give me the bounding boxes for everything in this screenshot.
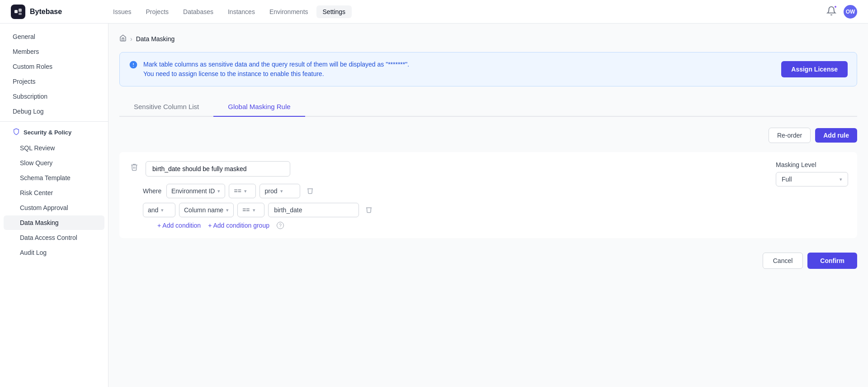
tab-sensitive-column-list[interactable]: Sensitive Column List (119, 97, 213, 117)
notification-bell[interactable] (826, 6, 836, 17)
info-banner-left: Mark table columns as sensitive data and… (129, 60, 409, 79)
confirm-button[interactable]: Confirm (807, 253, 857, 269)
logo-icon (11, 5, 25, 19)
sidebar-label-sql-review: SQL Review (20, 144, 55, 152)
masking-level-select[interactable]: Full ▾ (776, 172, 848, 186)
logo: Bytebase (11, 5, 92, 19)
sidebar-item-data-masking[interactable]: Data Masking (4, 215, 104, 230)
app-name: Bytebase (30, 8, 62, 16)
sidebar-label-custom-roles: Custom Roles (13, 63, 52, 70)
svg-rect-0 (14, 10, 18, 13)
avatar[interactable]: OW (844, 5, 857, 19)
sidebar-item-members[interactable]: Members (4, 44, 104, 59)
sidebar-item-custom-roles[interactable]: Custom Roles (4, 59, 104, 74)
masking-level-chevron-icon: ▾ (840, 177, 842, 182)
svg-rect-2 (19, 13, 22, 15)
info-banner: Mark table columns as sensitive data and… (119, 52, 857, 86)
breadcrumb: › Data Masking (119, 34, 857, 43)
topnav: Bytebase Issues Projects Databases Insta… (0, 0, 868, 24)
layout: General Members Custom Roles Projects Su… (0, 24, 868, 387)
condition-op-value-1: == (234, 187, 241, 195)
sidebar-label-security-policy: Security & Policy (24, 129, 71, 136)
condition-val-value-1: prod (264, 187, 277, 195)
tabs: Sensitive Column List Global Masking Rul… (119, 97, 857, 117)
add-condition-row: + Add condition + Add condition group ? (157, 222, 848, 229)
condition-row-2: and ▾ Column name ▾ == ▾ (143, 203, 848, 217)
sidebar-label-risk-center: Risk Center (20, 189, 53, 196)
footer-actions: Cancel Confirm (119, 253, 857, 269)
sidebar-item-projects[interactable]: Projects (4, 74, 104, 89)
reorder-button[interactable]: Re-order (769, 128, 811, 143)
sidebar-item-sql-review[interactable]: SQL Review (4, 141, 104, 155)
condition-delete-button-2[interactable] (363, 205, 375, 215)
condition-field-select-2[interactable]: Column name ▾ (179, 203, 234, 217)
condition-op-select-2[interactable]: == ▾ (237, 203, 264, 217)
info-icon (129, 60, 138, 72)
sidebar-item-security-policy[interactable]: Security & Policy (4, 124, 104, 140)
sidebar-item-general[interactable]: General (4, 29, 104, 44)
banner-line1: Mark table columns as sensitive data and… (143, 60, 409, 69)
condition-delete-button-1[interactable] (304, 186, 316, 196)
breadcrumb-separator: › (130, 35, 132, 43)
condition-and-select[interactable]: and ▾ (143, 203, 175, 217)
nav-settings[interactable]: Settings (316, 5, 352, 18)
condition-op-chevron-icon-2: ▾ (253, 207, 255, 213)
sidebar-label-audit-log: Audit Log (20, 249, 47, 256)
rule-delete-button[interactable] (128, 161, 140, 175)
condition-val-chevron-icon-1: ▾ (280, 188, 283, 194)
rule-name-input[interactable] (146, 161, 290, 177)
sidebar-label-schema-template: Schema Template (20, 174, 71, 182)
sidebar-item-audit-log[interactable]: Audit Log (4, 245, 104, 260)
nav-databases[interactable]: Databases (177, 5, 220, 18)
sidebar-item-subscription[interactable]: Subscription (4, 89, 104, 104)
sidebar-item-debug-log[interactable]: Debug Log (4, 104, 104, 119)
breadcrumb-home[interactable] (119, 34, 127, 43)
info-text: Mark table columns as sensitive data and… (143, 60, 409, 79)
condition-field-select-1[interactable]: Environment ID ▾ (166, 184, 225, 198)
cancel-button[interactable]: Cancel (763, 253, 803, 269)
assign-license-button[interactable]: Assign License (781, 61, 848, 77)
condition-field-chevron-icon-1: ▾ (217, 188, 220, 194)
nav-issues[interactable]: Issues (107, 5, 137, 18)
add-condition-group-button[interactable]: + Add condition group (208, 222, 269, 229)
add-rule-button[interactable]: Add rule (815, 128, 857, 143)
sidebar-item-custom-approval[interactable]: Custom Approval (4, 201, 104, 215)
nav-instances[interactable]: Instances (222, 5, 261, 18)
condition-field-value-2: Column name (184, 206, 223, 214)
rule-header (128, 161, 848, 177)
toolbar: Re-order Add rule (119, 128, 857, 143)
sidebar-label-debug-log: Debug Log (13, 108, 44, 115)
sidebar-label-subscription: Subscription (13, 93, 47, 100)
notification-dot (834, 5, 837, 9)
condition-op-select-1[interactable]: == ▾ (229, 184, 256, 198)
nav-environments[interactable]: Environments (263, 5, 315, 18)
nav-right: OW (826, 5, 857, 19)
sidebar-label-general: General (13, 33, 35, 40)
condition-row-1: Where Environment ID ▾ == ▾ prod ▾ (143, 184, 848, 198)
sidebar-item-risk-center[interactable]: Risk Center (4, 186, 104, 200)
sidebar-label-projects: Projects (13, 78, 36, 85)
condition-op-value-2: == (242, 206, 250, 214)
tab-global-masking-rule[interactable]: Global Masking Rule (213, 97, 305, 117)
condition-field-value-1: Environment ID (171, 187, 215, 195)
sidebar-label-data-masking: Data Masking (20, 219, 59, 226)
svg-rect-1 (19, 9, 22, 12)
sidebar-item-slow-query[interactable]: Slow Query (4, 156, 104, 170)
nav-projects[interactable]: Projects (139, 5, 175, 18)
banner-line2: You need to assign license to the instan… (143, 69, 409, 79)
where-label: Where (143, 187, 163, 195)
condition-and-value: and (148, 206, 158, 214)
condition-val-input-2[interactable] (268, 203, 359, 217)
help-icon[interactable]: ? (277, 222, 284, 229)
main-content: › Data Masking Mark table columns as sen… (108, 24, 868, 387)
sidebar-item-data-access-control[interactable]: Data Access Control (4, 230, 104, 245)
sidebar-item-schema-template[interactable]: Schema Template (4, 171, 104, 185)
breadcrumb-current: Data Masking (136, 35, 175, 43)
add-condition-button[interactable]: + Add condition (157, 222, 201, 229)
condition-val-select-1[interactable]: prod ▾ (259, 184, 300, 198)
sidebar-label-data-access-control: Data Access Control (20, 234, 77, 241)
conditions: Where Environment ID ▾ == ▾ prod ▾ (143, 184, 848, 229)
sidebar-label-custom-approval: Custom Approval (20, 204, 68, 211)
rule-block: Masking Level Full ▾ Where Environment I… (119, 152, 857, 238)
masking-level-section: Masking Level Full ▾ (776, 161, 848, 186)
